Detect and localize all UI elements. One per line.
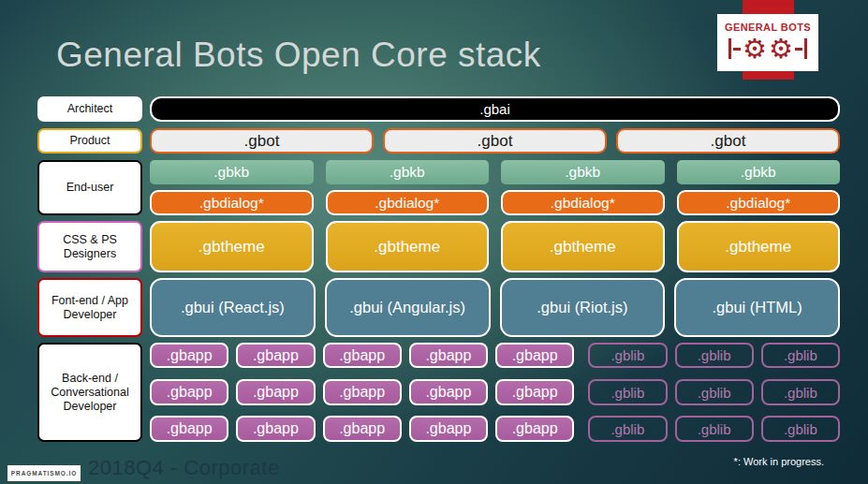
gbapp-box: .gbapp bbox=[323, 416, 402, 442]
gbapp-box: .gbapp bbox=[495, 343, 574, 368]
gbtheme-box: .gbtheme bbox=[501, 221, 665, 272]
role-label-architect: Architect bbox=[37, 96, 142, 122]
gbui-html-box: .gbui (HTML) bbox=[674, 278, 840, 337]
gbapp-box: .gbapp bbox=[236, 379, 315, 405]
gear-icon: ⚙ bbox=[769, 35, 793, 63]
gblib-box: .gblib bbox=[675, 416, 754, 442]
gbtheme-box: .gbtheme bbox=[150, 221, 314, 272]
gear-side-bar-icon bbox=[804, 38, 807, 59]
gear-icon: ⚙ bbox=[743, 35, 767, 63]
general-bots-logo: GENERAL BOTS ⚙⚙ bbox=[717, 14, 818, 71]
pragmatismo-logo: PRAGMATISMO.IO bbox=[7, 465, 81, 481]
role-label-product: Product bbox=[37, 128, 142, 154]
row-gbapp-2: .gbapp .gbapp .gbapp .gbapp .gbapp .gbli… bbox=[150, 379, 840, 405]
gbui-angular-box: .gbui (Angular.js) bbox=[325, 278, 491, 337]
gbdialog-box: .gbdialog* bbox=[677, 190, 841, 215]
row-gbtheme: .gbtheme .gbtheme .gbtheme .gbtheme bbox=[150, 221, 840, 272]
page-title: General Bots Open Core stack bbox=[56, 36, 541, 75]
role-label-backend-conversational-developer: Back-end / Conversational Developer bbox=[37, 343, 142, 442]
gbkb-box: .gbkb bbox=[501, 160, 665, 184]
stack-diagram: Architect Product End-user CSS & PS Desi… bbox=[37, 96, 840, 445]
gbdialog-box: .gbdialog* bbox=[326, 190, 490, 215]
gbkb-box: .gbkb bbox=[677, 160, 841, 184]
gblib-box: .gblib bbox=[588, 379, 667, 405]
logo-brand-text: GENERAL BOTS bbox=[725, 22, 811, 33]
gear-dash-icon bbox=[795, 48, 802, 51]
row-gbapp-3: .gbapp .gbapp .gbapp .gbapp .gbapp .gbli… bbox=[150, 416, 840, 442]
gblib-box: .gblib bbox=[675, 379, 754, 405]
role-label-frontend-app-developer: Font-end / App Developer bbox=[37, 278, 142, 337]
row-gbdialog: .gbdialog* .gbdialog* .gbdialog* .gbdial… bbox=[150, 190, 840, 215]
gbapp-box: .gbapp bbox=[323, 379, 402, 405]
gbai-box: .gbai bbox=[150, 96, 840, 122]
gbtheme-box: .gbtheme bbox=[326, 221, 490, 272]
gear-side-bar-icon bbox=[728, 38, 731, 59]
gbapp-box: .gbapp bbox=[236, 343, 315, 368]
gblib-box: .gblib bbox=[761, 416, 840, 442]
gbapp-box: .gbapp bbox=[409, 416, 488, 442]
gbapp-box: .gbapp bbox=[495, 416, 574, 442]
gbapp-box: .gbapp bbox=[409, 343, 488, 368]
gbapp-box: .gbapp bbox=[409, 379, 488, 405]
gbkb-box: .gbkb bbox=[150, 160, 314, 184]
gbot-box: .gbot bbox=[383, 128, 607, 154]
gblib-box: .gblib bbox=[761, 379, 840, 405]
gblib-box: .gblib bbox=[588, 416, 667, 442]
gbapp-box: .gbapp bbox=[323, 343, 402, 368]
gbot-box: .gbot bbox=[616, 128, 840, 154]
gbdialog-box: .gbdialog* bbox=[501, 190, 665, 215]
gblib-box: .gblib bbox=[761, 343, 840, 368]
role-label-end-user: End-user bbox=[37, 160, 142, 215]
gbapp-box: .gbapp bbox=[150, 379, 228, 405]
gblib-box: .gblib bbox=[675, 343, 754, 368]
row-gbkb: .gbkb .gbkb .gbkb .gbkb bbox=[150, 160, 840, 184]
gbdialog-box: .gbdialog* bbox=[150, 190, 314, 215]
row-gbai: .gbai bbox=[150, 96, 840, 122]
row-gbot: .gbot .gbot .gbot bbox=[150, 128, 840, 154]
gbapp-box: .gbapp bbox=[236, 416, 315, 442]
work-in-progress-footnote: *: Work in progress. bbox=[734, 456, 824, 467]
gbot-box: .gbot bbox=[150, 128, 374, 154]
gbui-riot-box: .gbui (Riot.js) bbox=[500, 278, 666, 337]
gbtheme-box: .gbtheme bbox=[677, 221, 841, 272]
footer-caption: 2018Q4 - Corporate bbox=[88, 456, 280, 480]
row-gbui: .gbui (React.js) .gbui (Angular.js) .gbu… bbox=[150, 278, 840, 337]
row-gbapp-1: .gbapp .gbapp .gbapp .gbapp .gbapp .gbli… bbox=[150, 343, 840, 368]
gear-dash-icon bbox=[733, 48, 741, 51]
gears-icon: ⚙⚙ bbox=[728, 34, 807, 64]
gbapp-box: .gbapp bbox=[495, 379, 574, 405]
slide-canvas: General Bots Open Core stack GENERAL BOT… bbox=[0, 0, 868, 484]
gbapp-box: .gbapp bbox=[150, 343, 228, 368]
role-label-css-ps-designers: CSS & PS Designers bbox=[37, 221, 142, 272]
gbui-react-box: .gbui (React.js) bbox=[150, 278, 316, 337]
gbkb-box: .gbkb bbox=[326, 160, 490, 184]
gblib-box: .gblib bbox=[588, 343, 667, 368]
gbapp-box: .gbapp bbox=[150, 416, 228, 442]
